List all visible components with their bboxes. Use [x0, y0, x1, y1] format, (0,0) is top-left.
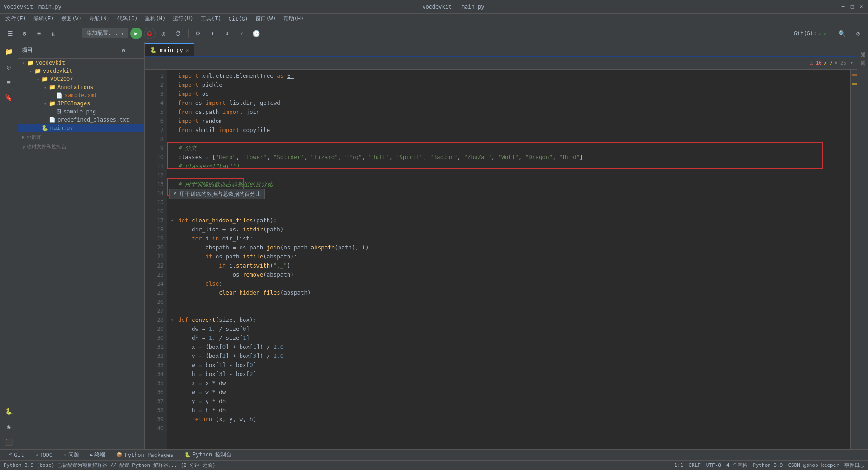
tree-item-sample-png[interactable]: 🖼 sample.png: [18, 108, 144, 116]
code-line-31[interactable]: x = (box[0] + box[1]) / 2.0: [171, 343, 847, 352]
code-line-23[interactable]: os.remove(abspath): [171, 270, 847, 279]
code-line-24[interactable]: else:: [171, 279, 847, 288]
run-button[interactable]: ▶: [130, 28, 142, 39]
tree-item-annotations[interactable]: ▾ 📁 Annotations: [18, 83, 144, 91]
code-line-34[interactable]: h = box[3] - box[2]: [171, 370, 847, 379]
tab-close-btn[interactable]: ✕: [186, 47, 189, 53]
menu-navigate[interactable]: 导航(N): [85, 14, 113, 24]
settings-btn[interactable]: ⚙: [852, 27, 864, 40]
code-line-26[interactable]: [171, 297, 847, 306]
bottom-tab-todo[interactable]: ☑ TODO: [30, 451, 57, 459]
code-line-35[interactable]: x = x * dw: [171, 379, 847, 388]
status-csdn[interactable]: CSDN @shop_keeper: [788, 462, 839, 468]
toolbar-btn-1[interactable]: ☰: [4, 27, 16, 40]
code-line-37[interactable]: y = y * dh: [171, 397, 847, 406]
tree-item-sample-xml[interactable]: 📄 sample.xml: [18, 91, 144, 99]
tree-collapse-btn[interactable]: —: [132, 46, 141, 55]
git-branch[interactable]: Git(G): ✓ ✓ ↑: [794, 30, 832, 37]
code-line-15[interactable]: [171, 198, 847, 207]
menu-run[interactable]: 运行(U): [169, 14, 197, 24]
tree-settings-btn[interactable]: ⚙: [119, 46, 128, 55]
code-line-36[interactable]: w = w * dw: [171, 388, 847, 397]
menu-git[interactable]: Git(G): [225, 15, 252, 23]
status-python[interactable]: Python 3.9: [753, 462, 783, 468]
toolbar-vcs-4[interactable]: ✓: [236, 27, 248, 40]
tree-item-voc2007[interactable]: ▾ 📁 VOC2007: [18, 75, 144, 83]
menu-help[interactable]: 帮助(H): [280, 14, 308, 24]
toolbar-btn-2[interactable]: ⚙: [18, 27, 31, 40]
code-line-27[interactable]: [171, 306, 847, 315]
debug-button[interactable]: 🐞: [144, 28, 156, 39]
header-expand-btn[interactable]: ▾: [850, 60, 853, 66]
right-icon-notifications[interactable]: 通知: [859, 44, 867, 52]
code-line-9[interactable]: # 分类: [171, 144, 847, 153]
code-line-14[interactable]: TRAIN_RATIO = 80: [171, 189, 847, 198]
code-line-22[interactable]: if i.startswith("._"):: [171, 261, 847, 270]
code-line-28[interactable]: ▾ def convert(size, box):: [171, 315, 847, 324]
code-line-17[interactable]: ▾ def clear_hidden_files(path):: [171, 216, 847, 225]
profile-btn[interactable]: ⏱: [172, 27, 184, 40]
bottom-tab-git[interactable]: ⎇ Git: [2, 451, 28, 459]
tree-item-jpegimages[interactable]: ▾ 📁 JPEGImages: [18, 99, 144, 108]
bottom-tab-python-console[interactable]: 🐍 Python 控制台: [180, 450, 236, 460]
tab-main-py[interactable]: 🐍 main.py ✕: [145, 43, 194, 56]
code-line-11[interactable]: # classes=["ball"]: [171, 162, 847, 171]
code-line-32[interactable]: y = (box[2] + box[3]) / 2.0: [171, 352, 847, 361]
menu-edit[interactable]: 编辑(E): [30, 14, 58, 24]
toolbar-vcs-3[interactable]: ⬇: [221, 27, 234, 40]
sidebar-project-icon[interactable]: 📁: [2, 44, 16, 59]
code-line-25[interactable]: clear_hidden_files(abspath): [171, 288, 847, 297]
code-line-29[interactable]: dw = 1. / size[0]: [171, 324, 847, 334]
code-content[interactable]: # 用于训练的数据占总数据的百分比 import xml.etree.Eleme…: [167, 70, 850, 449]
tree-item-vocdevkit[interactable]: ▾ 📁 vocdevkit: [18, 67, 144, 75]
code-line-20[interactable]: abspath = os.path.join(os.path.abspath(p…: [171, 243, 847, 252]
code-line-3[interactable]: import os: [171, 89, 847, 99]
sidebar-bookmark-icon[interactable]: 🔖: [2, 90, 16, 105]
code-line-13[interactable]: # 用于训练的数据占总数据的百分比: [171, 180, 847, 189]
toolbar-history-btn[interactable]: 🕐: [250, 27, 263, 40]
code-line-38[interactable]: h = h * dh: [171, 406, 847, 415]
status-interpreter[interactable]: Python 3.9 (base) 已被配置为项目解释器 // 配置 Pytho…: [4, 462, 177, 469]
menu-tools[interactable]: 工具(T): [197, 14, 225, 24]
code-line-19[interactable]: for i in dir_list:: [171, 234, 847, 243]
code-line-2[interactable]: import pickle: [171, 80, 847, 89]
status-line-endings[interactable]: CRLF: [689, 462, 701, 468]
search-everywhere-btn[interactable]: 🔍: [835, 27, 848, 40]
bottom-tab-python-packages[interactable]: 📦 Python Packages: [112, 451, 178, 459]
code-line-8[interactable]: [171, 135, 847, 144]
toolbar-btn-4[interactable]: ⇅: [47, 27, 60, 40]
code-line-6[interactable]: import random: [171, 117, 847, 126]
run-config[interactable]: 添加配置... ▾: [82, 28, 128, 38]
tree-item-predefined-classes[interactable]: 📄 predefined_classes.txt: [18, 116, 144, 124]
tree-item-root[interactable]: ▾ 📁 vocdevkit: [18, 59, 144, 67]
code-line-4[interactable]: from os import listdir, getcwd: [171, 99, 847, 108]
toolbar-btn-5[interactable]: —: [61, 27, 74, 40]
code-line-30[interactable]: dh = 1. / size[1]: [171, 334, 847, 343]
code-line-21[interactable]: if os.path.isfile(abspath):: [171, 252, 847, 261]
code-line-1[interactable]: import xml.etree.ElementTree as ET: [171, 71, 847, 80]
code-line-5[interactable]: from os.path import join: [171, 108, 847, 117]
code-line-10[interactable]: classes = ["Hero", "Tower", "Solider", "…: [171, 153, 847, 162]
code-line-33[interactable]: w = box[1] - box[0]: [171, 361, 847, 370]
status-encoding[interactable]: UTF-8: [706, 462, 721, 468]
toolbar-btn-3[interactable]: ≡: [33, 27, 45, 40]
sidebar-bottom-3[interactable]: ⬛: [2, 435, 16, 449]
code-line-16[interactable]: [171, 207, 847, 216]
menu-window[interactable]: 窗口(W): [252, 14, 280, 24]
coverage-btn[interactable]: ◎: [157, 27, 170, 40]
right-icon-problems[interactable]: 问题: [859, 52, 867, 61]
right-gutter[interactable]: [850, 70, 857, 449]
tree-section-external[interactable]: ▶ 外部库: [18, 132, 144, 141]
maximize-btn[interactable]: □: [849, 4, 855, 10]
code-line-7[interactable]: from shutil import copyfile: [171, 126, 847, 135]
code-line-12[interactable]: [171, 171, 847, 180]
status-indent[interactable]: 4 个空格: [726, 462, 747, 469]
code-line-39[interactable]: return (x, y, w, h): [171, 415, 847, 424]
status-event-log[interactable]: 事件日志: [844, 462, 864, 469]
sidebar-bottom-2[interactable]: ◉: [2, 419, 16, 434]
bottom-tab-terminal[interactable]: ▶ 终端: [85, 450, 110, 460]
fold-arrow-1[interactable]: [171, 71, 178, 80]
toolbar-vcs-1[interactable]: ⟳: [192, 27, 205, 40]
menu-refactor[interactable]: 重构(H): [141, 14, 169, 24]
sidebar-commit-icon[interactable]: ◎: [2, 60, 16, 74]
